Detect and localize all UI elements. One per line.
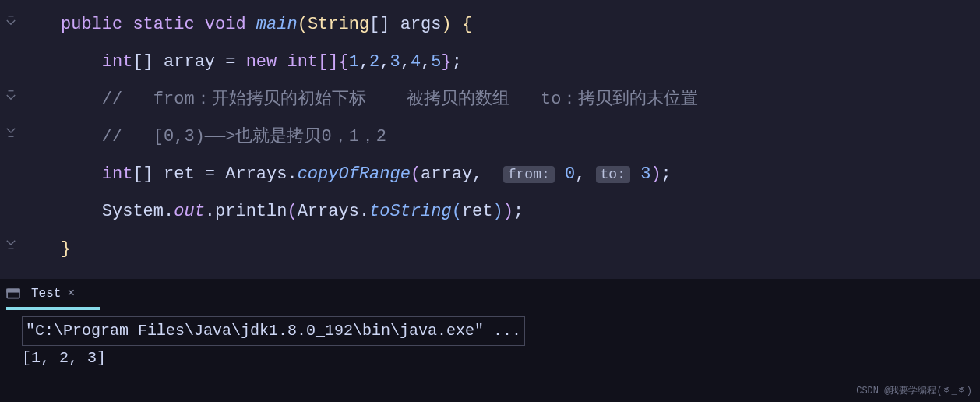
code-editor[interactable]: public static void main(String[] args) {… xyxy=(0,0,980,279)
fold-marker-icon[interactable] xyxy=(5,238,17,251)
terminal-panel: Test × "C:\Program Files\Java\jdk1.8.0_1… xyxy=(0,280,980,402)
code-line: System.out.println(Arrays.toString(ret))… xyxy=(61,193,980,231)
code-line: public static void main(String[] args) { xyxy=(61,6,980,44)
terminal-output[interactable]: "C:\Program Files\Java\jdk1.8.0_192\bin\… xyxy=(0,310,980,377)
terminal-tabs: Test × xyxy=(0,280,980,307)
watermark: CSDN @我要学编程(ಥ_ಥ) xyxy=(856,384,972,397)
terminal-icon xyxy=(6,287,20,301)
tab-label: Test xyxy=(31,287,61,301)
fold-marker-icon[interactable] xyxy=(5,14,17,26)
terminal-command: "C:\Program Files\Java\jdk1.8.0_192\bin\… xyxy=(22,316,525,346)
code-line: } xyxy=(61,231,980,268)
code-line: // [0,3)——>也就是拷贝0，1，2 xyxy=(61,118,980,156)
terminal-tab[interactable]: Test × xyxy=(25,287,81,301)
svg-rect-1 xyxy=(7,289,19,291)
fold-marker-icon[interactable] xyxy=(5,89,17,101)
gutter xyxy=(0,0,22,279)
code-line: int[] ret = Arrays.copyOfRange(array, fr… xyxy=(61,156,980,193)
code-line: // from：开始拷贝的初始下标 被拷贝的数组 to：拷贝到的末位置 xyxy=(61,81,980,118)
code-line: int[] array = new int[]{1,2,3,4,5}; xyxy=(61,44,980,81)
close-icon[interactable]: × xyxy=(67,287,75,301)
terminal-output-line: [1, 2, 3] xyxy=(22,346,958,371)
parameter-hint: to: xyxy=(596,166,630,183)
parameter-hint: from: xyxy=(503,166,555,183)
code-content[interactable]: public static void main(String[] args) {… xyxy=(22,0,980,279)
fold-marker-icon[interactable] xyxy=(5,126,17,139)
